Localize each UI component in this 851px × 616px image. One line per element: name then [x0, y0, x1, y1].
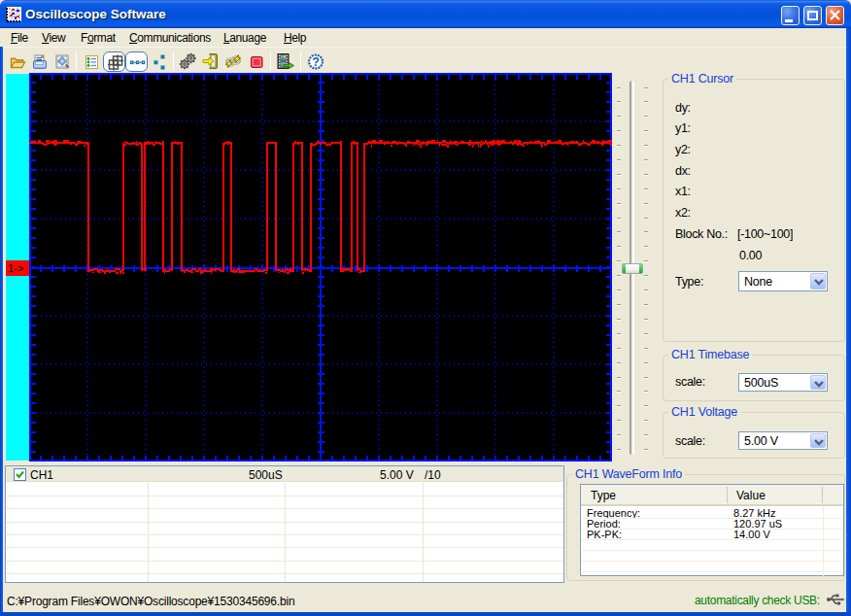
svg-text:?: ? — [312, 55, 320, 69]
